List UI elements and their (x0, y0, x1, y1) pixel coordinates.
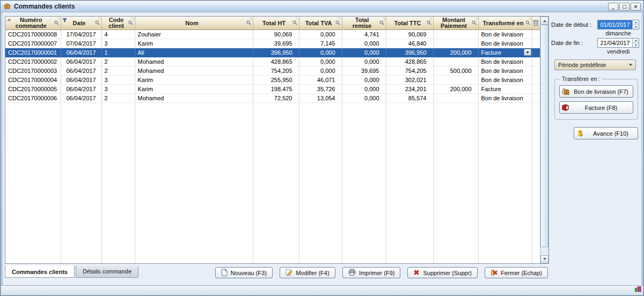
date-fin-weekday: vendredi (597, 48, 639, 55)
search-icon[interactable] (54, 20, 59, 26)
header-row: Numéro commande Date Code client (5, 17, 540, 30)
supprimer-button[interactable]: Supprimer (Suppr) (407, 267, 477, 278)
nouveau-button[interactable]: Nouveau (F3) (215, 267, 273, 278)
maximize-button[interactable]: □ (619, 3, 630, 11)
cell: 06/04/2017 (61, 94, 101, 103)
cell: 2 (101, 57, 135, 66)
vertical-scrollbar[interactable] (540, 17, 548, 263)
transforme-en-dropdown-button[interactable] (524, 49, 531, 56)
date-fin-value[interactable]: 21/04/2017 (598, 39, 632, 47)
table-row[interactable]: CDC2017000000106/04/20171Ali396,9500,000… (5, 48, 540, 57)
cell: 396,950 (253, 48, 299, 57)
cell: 46,071 (299, 76, 342, 85)
table-row[interactable]: CDC2017000000817/04/20174Zouhaier90,0690… (5, 30, 540, 39)
cell: Facture (478, 48, 532, 57)
column-header-total-ht[interactable]: Total HT (253, 17, 299, 30)
date-debut-value[interactable]: 01/01/2017 (598, 20, 632, 29)
date-fin-input[interactable]: 21/04/2017 (597, 38, 639, 48)
search-icon[interactable] (525, 20, 530, 26)
date-debut-spinner[interactable] (632, 20, 639, 29)
avance-button[interactable]: $ Avance (F10) (574, 127, 638, 139)
titlebar[interactable]: Commandes clients _ □ × (1, 1, 643, 12)
spinner-down-button[interactable] (633, 43, 639, 48)
tab-details-commande[interactable]: Détails commande (76, 266, 138, 278)
clear-filters-column-header[interactable] (532, 17, 540, 30)
spinner-up-button[interactable] (633, 39, 639, 43)
column-header-transforme-en[interactable]: Transformé en (478, 17, 532, 30)
cell: Mohamed (135, 66, 253, 76)
view-tabs: Commandes clients Détails commande (5, 266, 140, 278)
search-icon[interactable] (128, 20, 133, 26)
search-icon[interactable] (379, 20, 384, 26)
empty-row (5, 112, 540, 121)
imprimer-button[interactable]: Imprimer (F9) (342, 267, 401, 278)
cell: CDC20170000006 (5, 94, 61, 103)
cell: 0,000 (342, 57, 386, 66)
empty-row (5, 149, 540, 158)
search-icon[interactable] (246, 20, 251, 26)
table-row[interactable]: CDC2017000000206/04/20172Mohamed428,8650… (5, 57, 540, 66)
cell: 85,574 (386, 94, 433, 103)
down-arrow-icon (543, 258, 546, 262)
column-header-total-ttc[interactable]: Total TTC (386, 17, 433, 30)
date-fin-spinner[interactable] (632, 39, 639, 47)
scrollbar-thumb[interactable] (540, 25, 548, 247)
resize-grip[interactable] (635, 286, 641, 293)
scroll-up-button[interactable] (540, 17, 548, 25)
column-header-code-client[interactable]: Code client (101, 17, 135, 30)
search-icon[interactable] (427, 20, 431, 26)
empty-row (5, 167, 540, 176)
cell: 06/04/2017 (61, 76, 101, 85)
spinner-down-button[interactable] (633, 25, 639, 29)
cell: 7,145 (299, 39, 342, 48)
column-header-numero-commande[interactable]: Numéro commande (5, 17, 61, 30)
column-header-total-tva[interactable]: Total TVA (299, 17, 342, 30)
empty-row (5, 139, 540, 149)
cell: 428,865 (253, 57, 299, 66)
bon-de-livraison-button[interactable]: Bon de livraison (F7) (559, 85, 633, 98)
cell: Bon de livraison (478, 76, 532, 85)
cell: 39,695 (253, 39, 299, 48)
facture-button[interactable]: Facture (F8) (559, 101, 633, 114)
tab-commandes-clients[interactable]: Commandes clients (5, 265, 75, 278)
cell: CDC20170000001 (5, 48, 61, 57)
empty-row (5, 258, 540, 264)
column-header-total-remise[interactable]: Total remise (342, 17, 386, 30)
cell: Bon de livraison (478, 57, 532, 66)
table-row[interactable]: CDC2017000000306/04/20172Mohamed754,2050… (5, 66, 540, 76)
empty-row (5, 194, 540, 203)
modifier-button[interactable]: Modifier (F4) (280, 267, 335, 278)
search-icon[interactable] (472, 20, 477, 26)
table-row[interactable]: CDC2017000000707/04/20173Karim39,6957,14… (5, 39, 540, 48)
column-header-nom[interactable]: Nom (135, 17, 253, 30)
periode-predefinie-dropdown[interactable]: Période prédéfinie (554, 60, 636, 70)
cell: Karim (135, 39, 253, 48)
window-title: Commandes clients (14, 3, 75, 10)
empty-row (5, 231, 540, 240)
bottom-bar: Commandes clients Détails commande Nouve… (5, 265, 549, 281)
cell: Mohamed (135, 57, 253, 66)
cell (532, 30, 540, 39)
column-header-date[interactable]: Date (61, 17, 101, 30)
column-header-montant-paiement[interactable]: Montant Paiement (433, 17, 478, 30)
printer-icon (348, 269, 356, 277)
table-row[interactable]: CDC2017000000406/04/20173Karim255,95046,… (5, 76, 540, 85)
search-icon[interactable] (95, 20, 100, 26)
empty-row (5, 212, 540, 221)
scroll-down-button[interactable] (540, 255, 548, 263)
table-row[interactable]: CDC2017000000606/04/20172Mohamed72,52013… (5, 94, 540, 103)
minimize-button[interactable]: _ (608, 3, 618, 11)
filter-funnel-icon[interactable] (62, 18, 67, 24)
search-icon[interactable] (292, 20, 297, 26)
table-row[interactable]: CDC2017000000506/04/20173Karim198,47535,… (5, 85, 540, 94)
spinner-up-button[interactable] (633, 20, 639, 25)
close-button[interactable]: × (631, 3, 641, 11)
cell (532, 76, 540, 85)
cell (433, 39, 478, 48)
date-debut-input[interactable]: 01/01/2017 (597, 20, 639, 29)
fermer-button[interactable]: Fermer (Echap) (485, 267, 548, 278)
cell: Karim (135, 85, 253, 94)
search-icon[interactable] (335, 20, 340, 26)
cell (532, 48, 540, 57)
new-document-icon (221, 269, 228, 277)
